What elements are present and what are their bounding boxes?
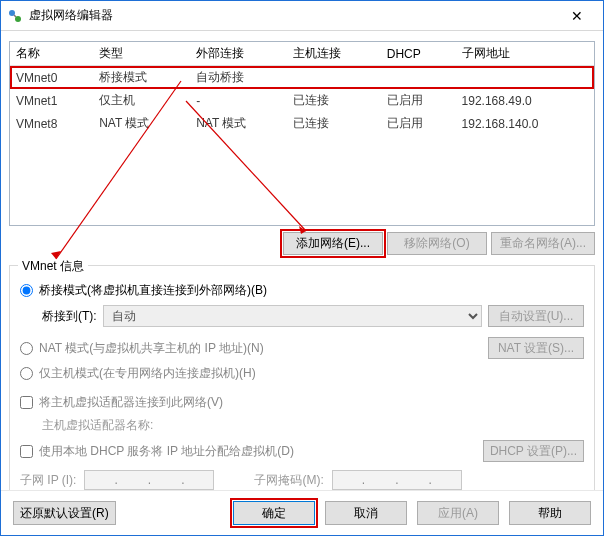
groupbox-title: VMnet 信息 xyxy=(18,258,88,275)
subnet-ip-input[interactable]: ... xyxy=(84,470,214,490)
cell-subnet: 192.168.140.0 xyxy=(456,112,594,135)
cell-host: 已连接 xyxy=(287,89,381,112)
bridge-mode-radio[interactable] xyxy=(20,284,33,297)
table-row[interactable]: VMnet8 NAT 模式 NAT 模式 已连接 已启用 192.168.140… xyxy=(10,112,594,135)
nat-mode-label: NAT 模式(与虚拟机共享主机的 IP 地址)(N) xyxy=(39,340,264,357)
cell-subnet xyxy=(456,66,594,90)
cell-ext: 自动桥接 xyxy=(190,66,287,90)
cell-ext: NAT 模式 xyxy=(190,112,287,135)
subnet-mask-label: 子网掩码(M): xyxy=(254,472,323,489)
nat-mode-row: NAT 模式(与虚拟机共享主机的 IP 地址)(N) NAT 设置(S)... xyxy=(20,337,584,359)
col-subnet[interactable]: 子网地址 xyxy=(456,42,594,66)
cell-type: 桥接模式 xyxy=(93,66,190,90)
network-button-row: 添加网络(E)... 移除网络(O) 重命名网络(A)... xyxy=(9,226,595,261)
table-row[interactable]: VMnet0 桥接模式 自动桥接 xyxy=(10,66,594,90)
cell-type: NAT 模式 xyxy=(93,112,190,135)
table-header-row: 名称 类型 外部连接 主机连接 DHCP 子网地址 xyxy=(10,42,594,66)
cell-host: 已连接 xyxy=(287,112,381,135)
dhcp-settings-button[interactable]: DHCP 设置(P)... xyxy=(483,440,584,462)
network-table: 名称 类型 外部连接 主机连接 DHCP 子网地址 VMnet0 桥接模式 自动… xyxy=(9,41,595,226)
bridge-mode-label: 桥接模式(将虚拟机直接连接到外部网络)(B) xyxy=(39,282,267,299)
rename-network-button[interactable]: 重命名网络(A)... xyxy=(491,232,595,255)
virtual-network-editor-window: 虚拟网络编辑器 ✕ 名称 类型 外部连接 主机连接 DHCP 子网地址 xyxy=(0,0,604,536)
connect-host-row: 将主机虚拟适配器连接到此网络(V) xyxy=(20,394,584,411)
nat-mode-radio[interactable] xyxy=(20,342,33,355)
remove-network-button[interactable]: 移除网络(O) xyxy=(387,232,487,255)
bridge-to-label: 桥接到(T): xyxy=(42,308,97,325)
window-title: 虚拟网络编辑器 xyxy=(29,7,557,24)
connect-host-checkbox[interactable] xyxy=(20,396,33,409)
nat-settings-button[interactable]: NAT 设置(S)... xyxy=(488,337,584,359)
cell-ext: - xyxy=(190,89,287,112)
subnet-mask-input[interactable]: ... xyxy=(332,470,462,490)
subnet-ip-label: 子网 IP (I): xyxy=(20,472,76,489)
help-button[interactable]: 帮助 xyxy=(509,501,591,525)
bridge-mode-row: 桥接模式(将虚拟机直接连接到外部网络)(B) xyxy=(20,282,584,299)
col-ext[interactable]: 外部连接 xyxy=(190,42,287,66)
use-dhcp-label: 使用本地 DHCP 服务将 IP 地址分配给虚拟机(D) xyxy=(39,443,294,460)
col-dhcp[interactable]: DHCP xyxy=(381,42,456,66)
bridge-to-row: 桥接到(T): 自动 自动设置(U)... xyxy=(42,305,584,327)
cell-dhcp xyxy=(381,66,456,90)
cell-name: VMnet8 xyxy=(10,112,93,135)
connect-host-label: 将主机虚拟适配器连接到此网络(V) xyxy=(39,394,223,411)
subnet-row: 子网 IP (I): ... 子网掩码(M): ... xyxy=(20,470,584,490)
use-dhcp-checkbox[interactable] xyxy=(20,445,33,458)
dialog-footer: 还原默认设置(R) 确定 取消 应用(A) 帮助 xyxy=(1,490,603,535)
cell-host xyxy=(287,66,381,90)
app-icon xyxy=(7,8,23,24)
bridge-to-select[interactable]: 自动 xyxy=(103,305,482,327)
cancel-button[interactable]: 取消 xyxy=(325,501,407,525)
cell-type: 仅主机 xyxy=(93,89,190,112)
col-host[interactable]: 主机连接 xyxy=(287,42,381,66)
table-row[interactable]: VMnet1 仅主机 - 已连接 已启用 192.168.49.0 xyxy=(10,89,594,112)
hostonly-mode-label: 仅主机模式(在专用网络内连接虚拟机)(H) xyxy=(39,365,256,382)
hostonly-mode-row: 仅主机模式(在专用网络内连接虚拟机)(H) xyxy=(20,365,584,382)
cell-subnet: 192.168.49.0 xyxy=(456,89,594,112)
ok-button[interactable]: 确定 xyxy=(233,501,315,525)
restore-defaults-button[interactable]: 还原默认设置(R) xyxy=(13,501,116,525)
content-area: 名称 类型 外部连接 主机连接 DHCP 子网地址 VMnet0 桥接模式 自动… xyxy=(1,31,603,503)
titlebar[interactable]: 虚拟网络编辑器 ✕ xyxy=(1,1,603,31)
close-button[interactable]: ✕ xyxy=(557,1,597,31)
hostonly-mode-radio[interactable] xyxy=(20,367,33,380)
cell-dhcp: 已启用 xyxy=(381,89,456,112)
use-dhcp-row: 使用本地 DHCP 服务将 IP 地址分配给虚拟机(D) DHCP 设置(P).… xyxy=(20,440,584,462)
vmnet-info-group: VMnet 信息 桥接模式(将虚拟机直接连接到外部网络)(B) 桥接到(T): … xyxy=(9,265,595,503)
apply-button[interactable]: 应用(A) xyxy=(417,501,499,525)
add-network-button[interactable]: 添加网络(E)... xyxy=(283,232,383,255)
cell-name: VMnet1 xyxy=(10,89,93,112)
host-adapter-name-label: 主机虚拟适配器名称: xyxy=(42,417,584,434)
cell-dhcp: 已启用 xyxy=(381,112,456,135)
col-type[interactable]: 类型 xyxy=(93,42,190,66)
auto-settings-button[interactable]: 自动设置(U)... xyxy=(488,305,584,327)
col-name[interactable]: 名称 xyxy=(10,42,93,66)
cell-name: VMnet0 xyxy=(10,66,93,90)
